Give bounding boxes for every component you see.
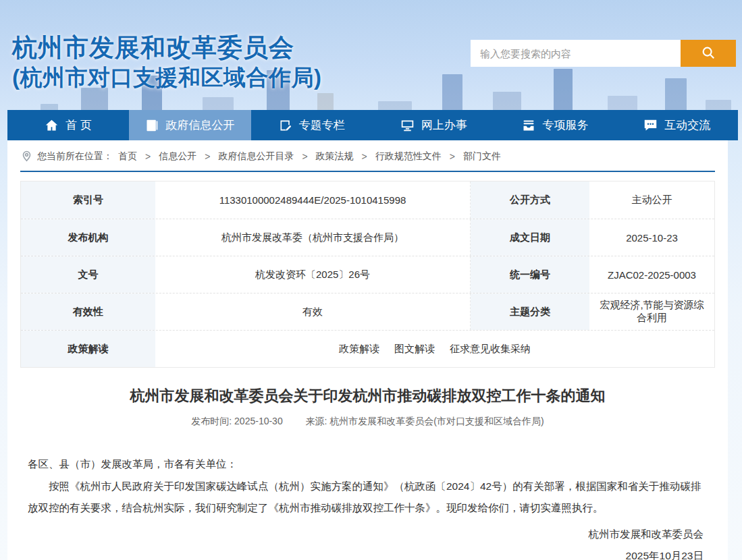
search-input[interactable] [471, 40, 681, 67]
meta-value-issuing-agency: 杭州市发展改革委（杭州市支援合作局） [155, 219, 471, 256]
nav-item-special-topics[interactable]: 专题专栏 [251, 110, 373, 140]
table-row: 有效性 有效 主题分类 宏观经济,节能与资源综合利用 [21, 293, 714, 330]
nav-item-home[interactable]: 首 页 [7, 110, 129, 140]
signature-date: 2025年10月23日 [7, 545, 704, 560]
policy-interpretation-links: 政策解读 图文解读 征求意见收集采纳 [155, 331, 714, 367]
article-source: 来源: 杭州市发展和改革委员会(市对口支援和区域合作局) [306, 416, 544, 426]
breadcrumb-item-catalog[interactable]: 政府信息公开目录 [218, 150, 294, 163]
breadcrumb-separator: > [450, 151, 455, 162]
meta-label-publicity-type: 公开方式 [471, 181, 589, 219]
site-title-line1: 杭州市发展和改革委员会 [12, 32, 321, 63]
search-box [471, 40, 736, 67]
breadcrumb-item-policy[interactable]: 政策法规 [316, 150, 354, 163]
breadcrumb-separator: > [302, 151, 307, 162]
document-meta-table: 索引号 11330100002489444E/2025-1010415998 公… [20, 181, 715, 368]
table-row: 文号 杭发改资环〔2025〕26号 统一编号 ZJAC02-2025-0003 [21, 256, 714, 293]
breadcrumb-item-dept-files[interactable]: 部门文件 [463, 150, 501, 163]
meta-value-issue-date: 2025-10-23 [589, 219, 714, 256]
table-row: 政策解读 政策解读 图文解读 征求意见收集采纳 [21, 330, 714, 367]
nav-item-label: 首 页 [65, 117, 92, 133]
publish-time: 发布时间: 2025-10-30 [191, 416, 282, 426]
meta-value-publicity-type: 主动公开 [589, 181, 714, 219]
table-row: 索引号 11330100002489444E/2025-1010415998 公… [21, 181, 714, 219]
graphic-interpretation-link[interactable]: 图文解读 [394, 343, 435, 356]
search-icon [701, 45, 716, 62]
meta-value-validity: 有效 [155, 293, 471, 330]
nav-item-label: 专项服务 [542, 117, 588, 133]
main-nav: 首 页 政府信息公开 专题专栏 网上办事 [7, 110, 738, 140]
nav-item-gov-info[interactable]: 政府信息公开 [129, 110, 250, 140]
nav-item-special-services[interactable]: 专项服务 [494, 110, 616, 140]
meta-value-index-no: 11330100002489444E/2025-1010415998 [155, 181, 471, 219]
meta-label-index-no: 索引号 [21, 181, 155, 219]
opinion-collection-link[interactable]: 征求意见收集采纳 [450, 343, 531, 356]
inbox-icon [522, 119, 535, 132]
meta-label-doc-number: 文号 [21, 256, 155, 293]
meta-label-policy-interpretation: 政策解读 [21, 331, 155, 367]
site-header: 杭州市发展和改革委员会 (杭州市对口支援和区域合作局) [0, 0, 742, 110]
breadcrumb-separator: > [145, 151, 151, 162]
meta-value-theme-category: 宏观经济,节能与资源综合利用 [589, 293, 714, 330]
signature-block: 杭州市发展和改革委员会 2025年10月23日 [7, 524, 704, 560]
article-salutation: 各区、县（市）发展改革局，市各有关单位： [28, 453, 708, 476]
meta-value-unified-number: ZJAC02-2025-0003 [589, 256, 714, 293]
edit-icon [279, 119, 292, 132]
breadcrumb-item-info[interactable]: 信息公开 [159, 150, 196, 163]
policy-interpretation-link[interactable]: 政策解读 [339, 343, 379, 356]
nav-item-interaction[interactable]: 互动交流 [616, 110, 738, 140]
meta-label-theme-category: 主题分类 [471, 293, 589, 330]
article-body: 各区、县（市）发展改革局，市各有关单位： 按照《杭州市人民政府关于印发国家碳达峰… [28, 453, 708, 520]
nav-item-online-services[interactable]: 网上办事 [373, 110, 494, 140]
nav-item-label: 专题专栏 [299, 117, 345, 133]
meta-label-unified-number: 统一编号 [471, 256, 589, 293]
signature-agency: 杭州市发展和改革委员会 [7, 524, 704, 546]
search-button[interactable] [681, 40, 736, 67]
breadcrumb: 您当前所在位置： 首页 > 信息公开 > 政府信息公开目录 > 政策法规 > 行… [20, 140, 715, 172]
meta-label-issuing-agency: 发布机构 [21, 219, 155, 256]
meta-value-doc-number: 杭发改资环〔2025〕26号 [155, 256, 471, 293]
chat-icon [643, 118, 658, 132]
home-icon [45, 118, 59, 132]
breadcrumb-item-home[interactable]: 首页 [118, 150, 137, 163]
document-icon [145, 119, 159, 132]
meta-label-validity: 有效性 [21, 293, 155, 330]
breadcrumb-separator: > [205, 151, 210, 162]
location-pin-icon [22, 150, 32, 163]
nav-item-label: 互动交流 [664, 117, 710, 133]
meta-label-issue-date: 成文日期 [471, 219, 589, 256]
content-panel: 您当前所在位置： 首页 > 信息公开 > 政府信息公开目录 > 政策法规 > 行… [7, 140, 728, 560]
article-meta: 发布时间: 2025-10-30 来源: 杭州市发展和改革委员会(市对口支援和区… [7, 416, 728, 428]
article-title: 杭州市发展和改革委员会关于印发杭州市推动碳排放双控工作十条的通知 [34, 386, 701, 406]
breadcrumb-item-normative[interactable]: 行政规范性文件 [375, 150, 442, 163]
site-title: 杭州市发展和改革委员会 (杭州市对口支援和区域合作局) [12, 32, 321, 92]
site-title-line2: (杭州市对口支援和区域合作局) [12, 63, 321, 91]
monitor-icon [400, 118, 415, 132]
breadcrumb-separator: > [362, 151, 367, 162]
table-row: 发布机构 杭州市发展改革委（杭州市支援合作局） 成文日期 2025-10-23 [21, 219, 714, 256]
breadcrumb-prefix: 您当前所在位置： [37, 150, 113, 163]
article-paragraph: 按照《杭州市人民政府关于印发国家碳达峰试点（杭州）实施方案的通知》（杭政函〔20… [28, 476, 708, 520]
nav-item-label: 政府信息公开 [165, 117, 234, 133]
nav-item-label: 网上办事 [421, 117, 467, 133]
